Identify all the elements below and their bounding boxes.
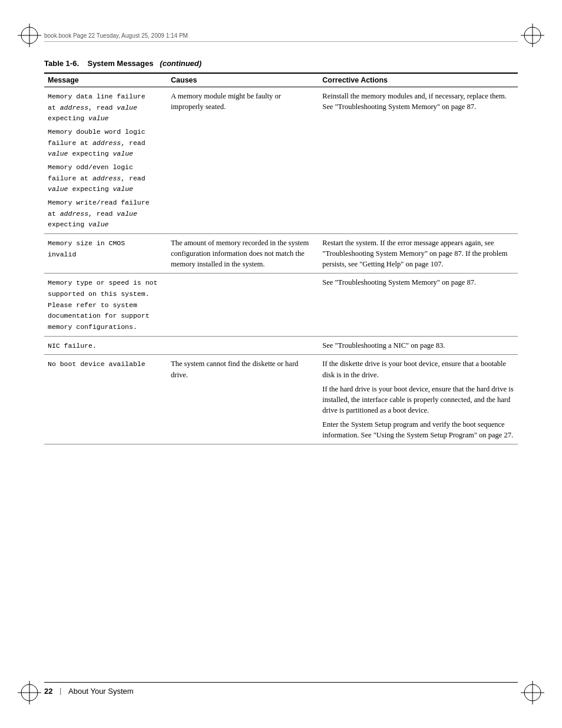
table-row: Memory type or speed is notsupported on … bbox=[44, 274, 518, 336]
msg-line-1: Memory data line failureat address, read… bbox=[48, 91, 164, 124]
cell-actions-5: If the diskette drive is your boot devic… bbox=[319, 355, 518, 444]
cell-message-2: Memory size in CMOSinvalid bbox=[44, 234, 167, 274]
table-header-row: Message Causes Corrective Actions bbox=[44, 73, 518, 87]
table-row: NIC failure. See "Troubleshooting a NIC"… bbox=[44, 336, 518, 355]
corner-mark-bl bbox=[18, 681, 41, 704]
table-row: Memory data line failureat address, read… bbox=[44, 87, 518, 234]
table-title: Table 1-6. System Messages (continued) bbox=[44, 59, 518, 68]
cell-message-5: No boot device available bbox=[44, 355, 167, 444]
cell-causes-3 bbox=[167, 274, 319, 336]
action-para-2: If the hard drive is your boot device, e… bbox=[322, 384, 514, 416]
cell-actions-1: Reinstall the memory modules and, if nec… bbox=[319, 87, 518, 234]
cell-causes-5: The system cannot find the diskette or h… bbox=[167, 355, 319, 444]
action-para-1: If the diskette drive is your boot devic… bbox=[322, 358, 514, 380]
table-row: Memory size in CMOSinvalid The amount of… bbox=[44, 234, 518, 274]
table-name: System Messages bbox=[87, 59, 153, 68]
col-header-message: Message bbox=[44, 73, 167, 87]
cell-causes-4 bbox=[167, 336, 319, 355]
corner-mark-tr bbox=[521, 24, 544, 47]
page: book.book Page 22 Tuesday, August 25, 20… bbox=[0, 0, 562, 728]
msg-line-4: Memory write/read failureat address, rea… bbox=[48, 197, 164, 230]
footer: 22 | About Your System bbox=[44, 682, 518, 696]
cell-message-1: Memory data line failureat address, read… bbox=[44, 87, 167, 234]
cell-actions-4: See "Troubleshooting a NIC" on page 83. bbox=[319, 336, 518, 355]
table-continued: (continued) bbox=[160, 59, 201, 68]
cell-actions-3: See "Troubleshooting System Memory" on p… bbox=[319, 274, 518, 336]
col-header-actions: Corrective Actions bbox=[319, 73, 518, 87]
cell-causes-2: The amount of memory recorded in the sys… bbox=[167, 234, 319, 274]
header-info: book.book Page 22 Tuesday, August 25, 20… bbox=[44, 32, 518, 42]
corner-mark-br bbox=[521, 681, 544, 704]
msg-line-2: Memory double word logicfailure at addre… bbox=[48, 126, 164, 159]
table-number: Table 1-6. bbox=[44, 59, 79, 68]
action-para-3: Enter the System Setup program and verif… bbox=[322, 419, 514, 440]
header-info-text: book.book Page 22 Tuesday, August 25, 20… bbox=[44, 32, 188, 39]
footer-section-label: About Your System bbox=[68, 687, 134, 696]
footer-page-number: 22 bbox=[44, 687, 52, 696]
cell-causes-1: A memory module might be faulty or impro… bbox=[167, 87, 319, 234]
cell-message-3: Memory type or speed is notsupported on … bbox=[44, 274, 167, 336]
content-area: Table 1-6. System Messages (continued) M… bbox=[44, 59, 518, 669]
cell-actions-2: Restart the system. If the error message… bbox=[319, 234, 518, 274]
msg-line-3: Memory odd/even logicfailure at address,… bbox=[48, 162, 164, 195]
footer-separator: | bbox=[59, 686, 61, 696]
col-header-causes: Causes bbox=[167, 73, 319, 87]
corner-mark-tl bbox=[18, 24, 41, 47]
system-messages-table: Message Causes Corrective Actions Memory bbox=[44, 73, 518, 444]
cell-message-4: NIC failure. bbox=[44, 336, 167, 355]
table-row: No boot device available The system cann… bbox=[44, 355, 518, 444]
